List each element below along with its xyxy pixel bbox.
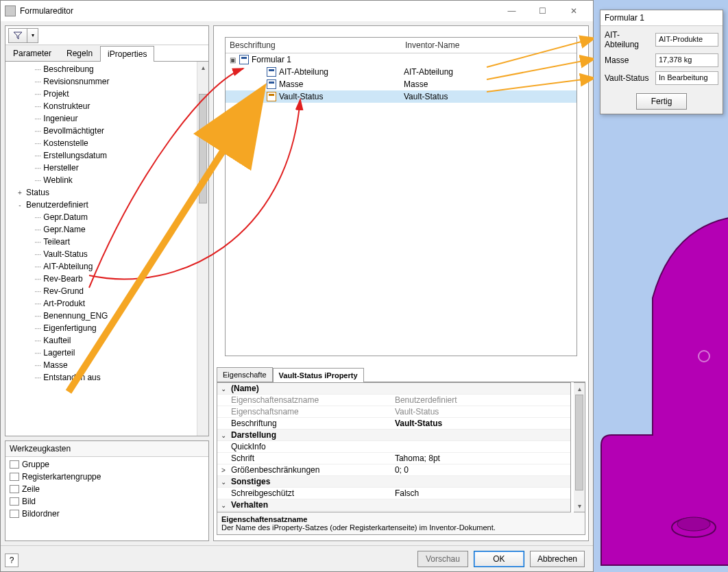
toolbox-item-icon [10,510,19,518]
col-beschriftung[interactable]: Beschriftung [226,38,401,53]
tree-item[interactable]: ····Revisionsnummer [5,75,197,88]
app-icon [5,5,16,16]
help-button[interactable]: ? [5,554,19,567]
col-inventor-name[interactable]: Inventor-Name [401,38,577,53]
tree-item[interactable]: ····Masse [5,359,197,371]
tree-item[interactable]: ····Lagerteil [5,347,197,359]
filter-button[interactable] [8,28,27,43]
popup-field-label: Masse [605,55,651,65]
prop-category[interactable]: ⌄Sonstiges [217,476,570,488]
toolbox-item[interactable]: Bild [7,495,207,508]
tree-item[interactable]: ····Gepr.Name [5,223,197,236]
tree-item[interactable]: -Benutzerdefiniert [5,199,197,211]
field-icon [267,67,276,77]
prop-row[interactable]: EigenschaftensatznameBenutzerdefiniert [217,395,570,406]
tree-item[interactable]: ····Eigenfertigung [5,322,197,334]
tree-item[interactable]: ····Kaufteil [5,334,197,347]
toolbox-list[interactable]: GruppeRegisterkartengruppeZeileBildBildo… [5,457,208,540]
property-grid[interactable]: ⌄(Name)EigenschaftensatznameBenutzerdefi… [217,382,571,512]
tab-iproperties[interactable]: iProperties [100,46,154,62]
prop-row[interactable]: BeschriftungVault-Status [217,418,570,430]
toolbox-item-icon [10,485,19,493]
tree-item[interactable]: ····Weblink [5,174,197,186]
form-icon [239,55,249,64]
ptab-iproperty[interactable]: Vault-Status iProperty [273,368,364,382]
popup-field-label: Vault-Status [605,73,651,83]
field-icon [267,79,276,89]
preview-button[interactable]: Vorschau [417,551,468,567]
tree-item[interactable]: +Status [5,186,197,199]
grid-row[interactable]: MasseMasse [226,78,577,90]
funnel-icon [13,32,23,40]
toolbox-item[interactable]: Bildordner [7,508,207,520]
popup-field-row: Masse17,378 kg [600,49,723,67]
toolbox-title: Werkzeugkasten [5,441,208,457]
tree-item[interactable]: ····Beschreibung [5,63,197,75]
properties-panel: ▾ Parameter Regeln iProperties ····Besch… [5,25,209,436]
tree-item[interactable]: ····Ingenieur [5,112,197,125]
prop-row[interactable]: SchreibgeschütztFalsch [217,488,570,499]
tree-item[interactable]: ····Art-Produkt [5,297,197,310]
tree-scrollbar[interactable]: ▴ [197,62,208,436]
tree-item[interactable]: ····Vault-Status [5,248,197,260]
tree-item[interactable]: ····Hersteller [5,162,197,174]
toolbox-item[interactable]: Gruppe [7,458,207,471]
property-description: Eigenschaftensatzname Der Name des iProp… [217,512,585,535]
tree-item[interactable]: ····Gepr.Datum [5,211,197,223]
grid-row[interactable]: ▸Vault-StatusVault-Status [226,90,577,103]
propgrid-scrollbar[interactable]: ▴ ▾ [574,382,585,512]
iproperties-tree[interactable]: ····Beschreibung····Revisionsnummer····P… [5,62,197,436]
window-title: Formulareditor [20,6,496,16]
minimize-button[interactable]: — [496,1,527,21]
titlebar[interactable]: Formulareditor — ☐ ✕ [1,1,593,21]
tree-item[interactable]: ····Entstanden aus [5,371,197,384]
tree-item[interactable]: ····Benennung_ENG [5,310,197,322]
form-design-panel: Beschriftung Inventor-Name ▣Formular 1AI… [213,25,589,541]
prop-category[interactable]: ⌄Verhalten [217,499,570,511]
form-preview-popup[interactable]: Formular 1 AIT-AbteilungAIT-ProdukteMass… [600,10,723,114]
popup-field-value[interactable]: 17,378 kg [655,53,718,67]
toolbox-panel: Werkzeugkasten GruppeRegisterkartengrupp… [5,440,209,541]
tab-regeln[interactable]: Regeln [59,45,100,61]
tree-item[interactable]: ····Kostenstelle [5,137,197,149]
tree-item[interactable]: ····Erstellungsdatum [5,149,197,162]
tree-item[interactable]: ····Bevollmächtigter [5,125,197,137]
cancel-button[interactable]: Abbrechen [530,551,585,567]
prop-row[interactable]: EigenschaftsnameVault-Status [217,406,570,418]
tree-item[interactable]: ····Rev-Grund [5,285,197,297]
toolbox-item[interactable]: Zeile [7,483,207,495]
ok-button[interactable]: OK [474,551,524,567]
field-icon [267,92,276,101]
popup-field-row: Vault-StatusIn Bearbeitung [600,67,723,85]
tree-item[interactable]: ····AIT-Abteilung [5,260,197,273]
filter-dropdown[interactable]: ▾ [27,28,38,43]
prop-row[interactable]: >Größenbeschränkungen0; 0 [217,464,570,476]
ptab-eigenschaften[interactable]: Eigenschafte [217,367,273,382]
grid-root-row[interactable]: ▣Formular 1 [226,53,577,66]
tree-item[interactable]: ····Projekt [5,88,197,100]
dialog-footer: Vorschau OK Abbrechen [1,545,593,571]
close-button[interactable]: ✕ [558,1,589,21]
popup-field-value[interactable]: AIT-Produkte [655,33,718,47]
form-tree-grid[interactable]: Beschriftung Inventor-Name ▣Formular 1AI… [225,37,577,356]
popup-field-label: AIT-Abteilung [605,30,651,49]
tree-item[interactable]: ····Rev-Bearb [5,273,197,285]
formulareditor-window: Formulareditor — ☐ ✕ ▾ Parameter Regeln … [0,0,594,572]
popup-done-button[interactable]: Fertig [636,93,687,110]
tree-item[interactable]: ····Konstrukteur [5,100,197,112]
prop-category[interactable]: ⌄Darstellung [217,430,570,441]
prop-row[interactable]: SchriftTahoma; 8pt [217,453,570,464]
prop-category[interactable]: ⌄(Name) [217,383,570,395]
popup-title: Formular 1 [600,10,723,26]
toolbox-item[interactable]: Registerkartengruppe [7,471,207,483]
grid-row[interactable]: AIT-AbteilungAIT-Abteilung [226,66,577,78]
toolbox-item-icon [10,460,19,469]
tree-item[interactable]: ····Teileart [5,236,197,248]
toolbox-item-icon [10,497,19,506]
popup-field-row: AIT-AbteilungAIT-Produkte [600,26,723,49]
popup-field-value[interactable]: In Bearbeitung [655,71,718,85]
maximize-button[interactable]: ☐ [527,1,558,21]
tab-parameter[interactable]: Parameter [5,45,59,61]
prop-row[interactable]: QuickInfo [217,441,570,453]
left-tabs: Parameter Regeln iProperties [5,45,208,62]
